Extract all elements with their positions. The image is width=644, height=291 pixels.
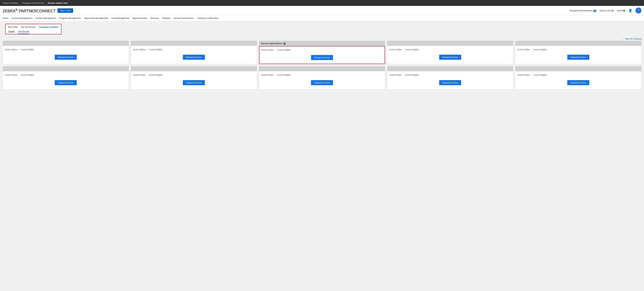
card-row1-col3-service-applications: Service Applications i Access Status :: …: [259, 41, 385, 64]
card-status-row2-col5: Access Status :: Access Eligible: [517, 74, 639, 76]
card-status-row2-col2: Access Status :: Access Eligible: [133, 74, 255, 76]
logo-zebra: ZEBRA®: [3, 9, 18, 13]
nav-home[interactable]: Home: [3, 15, 8, 21]
access-status-label: Access Status: [261, 74, 274, 76]
request-access-button-r2c4[interactable]: Request Access: [439, 80, 461, 85]
card-btn-row2-col3: Request Access: [261, 79, 383, 86]
nav-lead-management[interactable]: Lead Management: [112, 15, 129, 21]
status-sep: ::: [147, 49, 148, 50]
nav-training-certification[interactable]: Training & Certification: [197, 15, 218, 21]
logo-partnerconnect: PARTNERCONNECT: [19, 9, 56, 13]
sub-tabs-row: My Profile My Tool Access Company Contac…: [8, 26, 58, 29]
sub-tab-my-tool-access[interactable]: My Tool Access: [21, 26, 36, 29]
card-btn-row2-col5: Request Access: [517, 79, 639, 86]
view-all-contacts-link: View All Contacts: [0, 37, 644, 41]
card-header-row1-col5: [515, 41, 641, 46]
nav-service-performance[interactable]: Service Performance: [174, 15, 194, 21]
access-eligible-label: Access Eligible: [149, 74, 162, 76]
access-eligible-label: Access Eligible: [149, 48, 162, 51]
card-title-row1-col3: Service Applications i: [261, 42, 286, 45]
card-header-row2-col2: [131, 66, 257, 71]
card-body-row2-col2: Access Status :: Access Eligible Request…: [131, 71, 257, 89]
avatar-initial: T: [638, 9, 639, 12]
card-btn-row1-col2: Request Access: [133, 53, 255, 61]
status-sep: ::: [275, 49, 276, 51]
status-sep: ::: [403, 49, 404, 50]
status-sep: ::: [531, 49, 532, 50]
cards-row-2: Access Status :: Access Eligible Request…: [3, 66, 641, 89]
card-header-row1-col3: Service Applications i: [259, 41, 385, 46]
card-body-row1-col1: Access Status :: Access Eligible Request…: [3, 46, 129, 64]
access-status-label: Access Status: [261, 49, 274, 51]
nav-contact-management[interactable]: Contact Management: [36, 15, 56, 21]
avatar[interactable]: T: [636, 7, 641, 13]
top-nav-partner-admin-tool[interactable]: Partner Admin Tool: [48, 2, 68, 4]
nav-approval-action[interactable]: Approval Action: [132, 15, 147, 21]
request-access-button-r2c1[interactable]: Request Access: [55, 80, 76, 85]
card-row2-col4: Access Status :: Access Eligible Request…: [387, 66, 513, 89]
card-header-row1-col2: [131, 41, 257, 46]
request-access-button-r1c3[interactable]: Request Access: [311, 55, 333, 60]
status-sep: ::: [275, 74, 276, 76]
sub-tab2-tool-access[interactable]: Tool Access: [18, 30, 30, 34]
request-access-button-r1c2[interactable]: Request Access: [183, 55, 205, 60]
company-administrators[interactable]: Company Administrators 👥: [569, 9, 596, 12]
status-sep: ::: [531, 74, 532, 76]
take-tour-button[interactable]: Take a Tour: [58, 8, 73, 13]
status-sep: ::: [147, 74, 148, 76]
user-profile-icon[interactable]: 👤: [628, 9, 632, 12]
card-body-row2-col3: Access Status :: Access Eligible Request…: [259, 71, 385, 89]
request-access-button-r2c3[interactable]: Request Access: [311, 80, 333, 85]
access-status-label: Access Status: [389, 48, 402, 51]
top-nav-programs-resources[interactable]: Programs & Resources: [22, 2, 44, 4]
top-nav-product-catalog[interactable]: Product Catalog: [3, 2, 18, 4]
view-all-contacts-anchor[interactable]: View All Contacts: [622, 37, 641, 40]
card-header-row2-col4: [387, 66, 513, 71]
access-status-label: Access Status: [517, 48, 530, 51]
sub-nav-container: My Profile My Tool Access Company Contac…: [5, 24, 62, 34]
card-row2-col5: Access Status :: Access Eligible Request…: [515, 66, 641, 89]
quick-links-icon: ⊞: [612, 9, 614, 12]
card-status-row2-col4: Access Status :: Access Eligible: [389, 74, 511, 76]
card-btn-row1-col4: Request Access: [389, 53, 511, 61]
status-sep: ::: [18, 49, 20, 50]
card-header-row2-col3: [259, 66, 385, 71]
nav-opportunity-management[interactable]: Opportunity Management: [84, 15, 108, 21]
card-row2-col3: Access Status :: Access Eligible Request…: [259, 66, 385, 89]
sub-tab2-details[interactable]: Details: [8, 30, 15, 34]
sub-tab-company-contacts[interactable]: Company Contacts: [39, 26, 58, 29]
company-admins-label: Company Administrators: [569, 9, 592, 12]
request-access-button-r2c5[interactable]: Request Access: [567, 80, 589, 85]
card-body-row1-col4: Access Status :: Access Eligible Request…: [387, 46, 513, 64]
request-access-button-r2c2[interactable]: Request Access: [183, 80, 205, 85]
access-eligible-label: Access Eligible: [534, 48, 547, 51]
card-row1-col2: Access Status :: Access Eligible Request…: [131, 41, 257, 64]
logo: ZEBRA® PARTNERCONNECT: [3, 8, 56, 13]
card-body-row2-col1: Access Status :: Access Eligible Request…: [3, 71, 129, 89]
quick-links[interactable]: Quick Links ⊞: [600, 9, 614, 12]
nav-rebates[interactable]: Rebates: [162, 15, 170, 21]
access-eligible-label: Access Eligible: [405, 74, 418, 76]
card-header-row2-col1: [3, 66, 129, 71]
card-btn-row1-col1: Request Access: [5, 53, 127, 61]
header-right: Company Administrators 👥 Quick Links ⊞ A…: [569, 7, 641, 13]
card-row1-col1: Access Status :: Access Eligible Request…: [3, 41, 129, 64]
card-body-row1-col5: Access Status :: Access Eligible Request…: [515, 46, 641, 64]
logo-bar: ZEBRA® PARTNERCONNECT Take a Tour Compan…: [0, 6, 644, 15]
sub-tab-my-profile[interactable]: My Profile: [8, 26, 18, 29]
card-row1-col4: Access Status :: Access Eligible Request…: [387, 41, 513, 64]
nav-account-management[interactable]: Account Management: [12, 15, 32, 21]
access-status-label: Access Status: [5, 74, 17, 76]
nav-revenue[interactable]: Revenue: [150, 15, 159, 21]
card-row2-col1: Access Status :: Access Eligible Request…: [3, 66, 129, 89]
card-row1-col5: Access Status :: Access Eligible Request…: [515, 41, 641, 64]
request-access-button-r1c1[interactable]: Request Access: [55, 55, 76, 60]
request-access-button-r1c4[interactable]: Request Access: [439, 55, 461, 60]
alerts[interactable]: Alerts 2: [617, 9, 625, 12]
card-body-row1-col3: Access Status :: Access Eligible Request…: [259, 46, 385, 64]
request-access-button-r1c5[interactable]: Request Access: [567, 55, 589, 60]
card-status-row1-col2: Access Status :: Access Eligible: [133, 48, 255, 51]
nav-program-management[interactable]: Program Management: [59, 15, 80, 21]
alerts-badge: 2: [623, 9, 625, 12]
card-status-row1-col4: Access Status :: Access Eligible: [389, 48, 511, 51]
